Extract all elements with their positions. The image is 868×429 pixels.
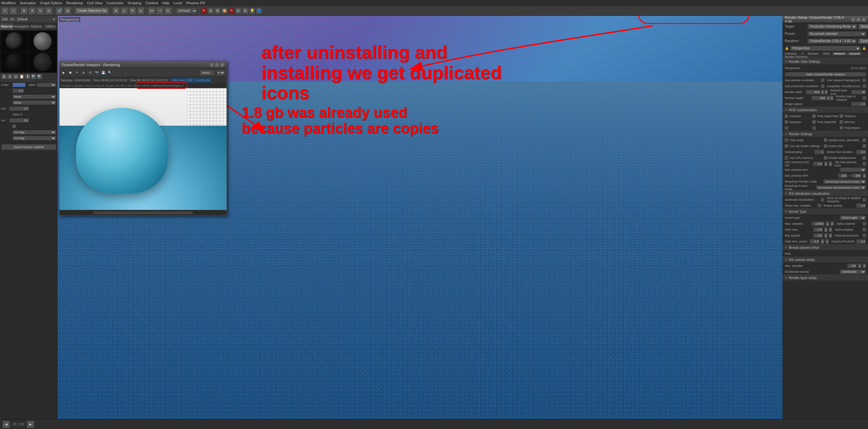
ray-epsilon-input[interactable] [813, 233, 823, 238]
ies-section-header[interactable]: IES distribution visualisation [783, 191, 868, 197]
obj-render-checkbox[interactable] [785, 144, 788, 148]
export-octane-button[interactable]: Export Octane material [1, 144, 56, 150]
pt-down[interactable]: ▼ [826, 239, 829, 244]
menu-modifiers[interactable]: Modifiers [1, 1, 16, 5]
render-button[interactable]: Render [859, 24, 868, 29]
toolbar-mirror[interactable]: ⟺ [148, 7, 155, 15]
close-icon[interactable]: ✕ [53, 18, 55, 21]
enable-stats-checkbox[interactable] [863, 96, 866, 100]
filter-size-input[interactable] [813, 227, 823, 232]
ov-btn-5[interactable]: ⊟ [87, 70, 93, 76]
render-view-section-header[interactable]: Render View Settings [783, 59, 868, 65]
ov-btn-6[interactable]: 📷 [94, 70, 100, 76]
gamma-hack-checkbox[interactable] [863, 162, 866, 166]
none-dropdown-2[interactable]: None [12, 101, 56, 105]
render-width-input[interactable] [806, 90, 820, 94]
menu-animation[interactable]: Animation [20, 1, 36, 5]
ies-candela-checkbox[interactable] [818, 204, 821, 207]
ies-gen-checkbox[interactable] [821, 198, 824, 201]
preview-item-4[interactable] [29, 52, 57, 73]
ov-btn-4[interactable]: ⊕ [81, 70, 87, 76]
renderer-dropdown[interactable]: OctaneRender 3.06.4 - 4.40 [807, 38, 857, 44]
toolbar-spinner-snap[interactable]: ⊟ [137, 7, 144, 15]
named-selection-dropdown[interactable]: (default) [175, 7, 197, 14]
tab-tools[interactable]: Tools [821, 52, 832, 55]
spinner1-input[interactable] [12, 88, 24, 93]
tab-utilities[interactable]: Utilities [43, 23, 57, 30]
ms-down[interactable]: ▼ [831, 221, 834, 226]
octane-icon-4[interactable]: 🎨 [222, 8, 227, 14]
material-tool-6[interactable]: 🔍 [31, 74, 36, 79]
mat-checkbox[interactable] [12, 125, 16, 128]
menu-phoenix[interactable]: Phoenix FD [186, 1, 205, 5]
tab-navigation[interactable]: Navigation [14, 23, 30, 30]
octane-icon-3[interactable]: ⚙ [215, 8, 221, 14]
dist-tracing-dropdown[interactable]: Distributed [840, 269, 866, 274]
hud-section-header[interactable]: HUD customization [783, 107, 868, 113]
mat-preview-h-input[interactable] [851, 173, 861, 178]
beauty-button[interactable]: Beaut... [199, 70, 214, 76]
height-down[interactable]: ▼ [830, 96, 834, 101]
info-max-samples-input[interactable] [847, 263, 857, 268]
use-window-res-checkbox[interactable] [821, 79, 824, 82]
empty2-checkbox[interactable] [812, 126, 816, 130]
preset-dropdown[interactable]: No preset selected [807, 31, 866, 36]
broadcast-render-dropdown[interactable]: Normal (pre and post render) [823, 179, 866, 184]
gpu-up[interactable]: ▲ [824, 162, 828, 166]
max-samples-input[interactable] [811, 221, 825, 226]
height-up[interactable]: ▲ [827, 96, 830, 101]
mat-preview-w-input[interactable] [838, 173, 848, 178]
save-file-button[interactable]: Save File [858, 38, 868, 44]
render-layer-header[interactable]: Render layer setup [783, 275, 868, 281]
alpha-channel-checkbox[interactable] [863, 222, 866, 225]
material-tool-2[interactable]: ✕ [7, 74, 12, 79]
gpu-limit-input[interactable] [813, 162, 823, 166]
beauty-section-header[interactable]: Beauty passes setup [783, 245, 868, 251]
refresh-input[interactable] [851, 90, 866, 94]
ov-btn-8[interactable]: 🔍 [107, 70, 113, 76]
ov-mode-dropdown[interactable]: ▾ [216, 70, 225, 76]
menu-scripting[interactable]: Scripting [128, 1, 142, 5]
use-viewport-bg-checkbox[interactable] [863, 79, 866, 82]
empty1-checkbox[interactable] [785, 126, 788, 130]
ov-btn-3[interactable]: ⟳ [74, 70, 80, 76]
toolbar-rotate[interactable]: ↻ [37, 7, 44, 15]
time-left-checkbox[interactable] [812, 120, 816, 124]
toolbar-move[interactable]: ✛ [29, 7, 36, 15]
toolbar-layer[interactable]: ☰ [164, 7, 172, 15]
enable-displacement-checkbox[interactable] [824, 156, 827, 160]
octane-icon-8[interactable]: 💡 [249, 8, 255, 14]
shape-opacity-input[interactable] [856, 203, 866, 208]
alpha-shadow-checkbox[interactable] [863, 228, 866, 231]
time-total-checkbox[interactable] [812, 114, 816, 118]
use-prod-res-checkbox[interactable] [821, 85, 824, 88]
ov-btn-1[interactable]: ▶ [61, 70, 67, 76]
toolbar-scale[interactable]: ⊡ [45, 7, 52, 15]
mat-preview-dropdown[interactable] [840, 168, 866, 172]
open-viewport-button[interactable]: Open OctaneRender viewport [785, 72, 866, 77]
octane-scrollbar[interactable] [60, 210, 226, 215]
opacity-threshold-input[interactable] [856, 239, 866, 244]
menu-lucid[interactable]: Lucid [174, 1, 182, 5]
re-up[interactable]: ▲ [824, 233, 828, 238]
width-up[interactable]: ▲ [821, 90, 824, 94]
keep-env-checkbox[interactable] [863, 234, 866, 237]
material-tool-7[interactable]: 🔍 [37, 74, 42, 79]
rs-close-button[interactable]: ✕ [861, 17, 866, 22]
autopdate-checkbox[interactable] [863, 85, 866, 88]
ims-down[interactable]: ▼ [863, 263, 866, 268]
value-dropdown[interactable] [37, 83, 56, 87]
motion-blur-val[interactable] [863, 144, 866, 148]
menu-graph-editors[interactable]: Graph Editors [40, 1, 62, 5]
toolbar-snap[interactable]: ⊞ [113, 7, 120, 15]
ov-btn-2[interactable]: ⏹ [67, 70, 73, 76]
tab-render-el[interactable]: ↗ [799, 52, 806, 55]
toolbar-select[interactable]: ⊕ [20, 7, 28, 15]
fs-up[interactable]: ▲ [824, 227, 828, 232]
material-tool-3[interactable]: ⊡ [13, 74, 19, 79]
create-selection-button[interactable]: Create Selection Se [75, 7, 109, 14]
textures-checkbox[interactable] [840, 114, 843, 118]
tab-common[interactable]: Common [783, 52, 799, 55]
cpu-memory-checkbox[interactable] [785, 156, 788, 160]
statusbar-forward[interactable]: ▶ [27, 421, 34, 428]
